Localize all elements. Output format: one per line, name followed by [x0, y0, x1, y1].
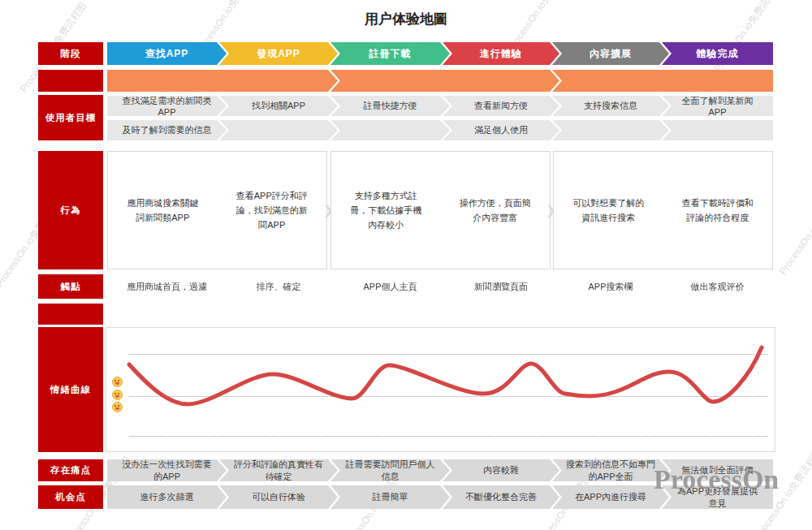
touchpoint-cell: 做出客观评价 [662, 274, 773, 299]
row-label-opportunity: 机会点 [38, 485, 103, 509]
chevron-right-icon: ❯ [323, 203, 334, 218]
goal-cell: 找到相關APP [219, 96, 338, 116]
stage-arrow: 內容擴展 [552, 42, 669, 65]
row-label-blank [38, 304, 103, 325]
goal-cell: 及時了解到需要的信息 [107, 120, 227, 140]
pain-cell: 註冊需要訪問用戶個人信息 [330, 459, 450, 481]
behavior-text: 可以對想要了解的資訊進行搜索 [554, 152, 663, 269]
behavior-box: 可以對想要了解的資訊進行搜索 查看下載時評價和評論的符合程度 [553, 151, 773, 269]
stage-arrow: 註冊下載 [330, 42, 450, 65]
row-label-emotion: 情緒曲線 [38, 327, 103, 452]
opportunity-cell: 不斷優化整合完善 [443, 485, 559, 509]
watermark-tile: ProcessOn.io免费流程图 [776, 183, 812, 278]
behavior-box: 支持多種方式註冊，下載佔據手機內存較小 操作方便，頁面簡介內容豐富 [330, 151, 551, 269]
touchpoint-cell: APP個人主頁 [330, 274, 450, 299]
emotion-curve [106, 328, 776, 453]
goal-cell: 支持搜索信息 [552, 96, 669, 116]
opportunity-cell: 可以自行体验 [219, 485, 338, 509]
touchpoint-cell: APP搜索欄 [552, 274, 669, 299]
processon-logo: ProcessOn [654, 464, 779, 495]
goal-cell: 全面了解到某新闻APP [662, 96, 773, 116]
touchpoint-cell: 新聞瀏覽頁面 [443, 274, 559, 299]
goal-cell [330, 120, 450, 140]
chevron-right-icon: ❯ [546, 203, 556, 218]
goal-cell: 查看新闻方便 [443, 96, 559, 116]
opportunity-cell: 註冊簡單 [330, 485, 450, 509]
row-label-goals: 使用者目標 [38, 95, 103, 140]
emotion-curve-panel [106, 327, 775, 452]
behavior-text: 支持多種方式註冊，下載佔據手機內存較小 [331, 152, 441, 269]
row-label-blank [38, 70, 103, 92]
timeline-segment [552, 70, 773, 92]
goal-cell [552, 120, 669, 140]
behavior-text: 查看APP評分和評論，找到滿意的新聞APP [218, 152, 327, 269]
page-title: 用户体验地圖 [0, 10, 812, 28]
goal-cell: 查找滿足需求的新聞类APP [107, 96, 227, 116]
pain-cell: 内容較雜 [443, 459, 559, 481]
behavior-text: 操作方便，頁面簡介內容豐富 [441, 152, 551, 269]
ux-journey-map: ProcessOn.io免费流程图 ProcessOn.io免费流程图 Proc… [0, 0, 812, 530]
touchpoint-cell: 應用商城首頁，過濾 [107, 274, 227, 299]
touchpoint-cell: 排序、確定 [219, 274, 338, 299]
pain-cell: 没办法一次性找到需要的APP [107, 459, 227, 481]
goal-cell: 滿足個人使用 [443, 120, 559, 140]
row-label-touchpoint: 觸點 [38, 274, 103, 299]
goal-cell [219, 120, 338, 140]
stage-arrow: 進行體驗 [443, 42, 559, 65]
pain-cell: 搜索到的信息不如專門的APP全面 [552, 459, 669, 481]
goal-cell [662, 120, 773, 140]
opportunity-cell: 在APP內進行搜尋 [552, 485, 669, 509]
behavior-text: 查看下載時評價和評論的符合程度 [663, 152, 773, 269]
row-label-stage: 階段 [38, 42, 103, 65]
stage-arrow: 查找APP [107, 42, 227, 65]
pain-cell: 評分和評論的真實性有待確定 [219, 459, 338, 481]
opportunity-cell: 進行多次篩選 [107, 485, 227, 509]
stage-arrow: 發現APP [219, 42, 338, 65]
row-label-pain: 存在痛点 [38, 459, 103, 481]
row-label-behavior: 行為 [38, 151, 103, 269]
stage-arrow: 體驗完成 [662, 42, 773, 65]
behavior-box: 應用商城搜索關鍵詞新聞類APP 查看APP評分和評論，找到滿意的新聞APP [107, 151, 327, 269]
goal-cell: 註冊快捷方便 [330, 96, 450, 116]
timeline-segment [107, 70, 338, 92]
timeline-segment [330, 70, 559, 92]
behavior-text: 應用商城搜索關鍵詞新聞類APP [108, 152, 218, 269]
